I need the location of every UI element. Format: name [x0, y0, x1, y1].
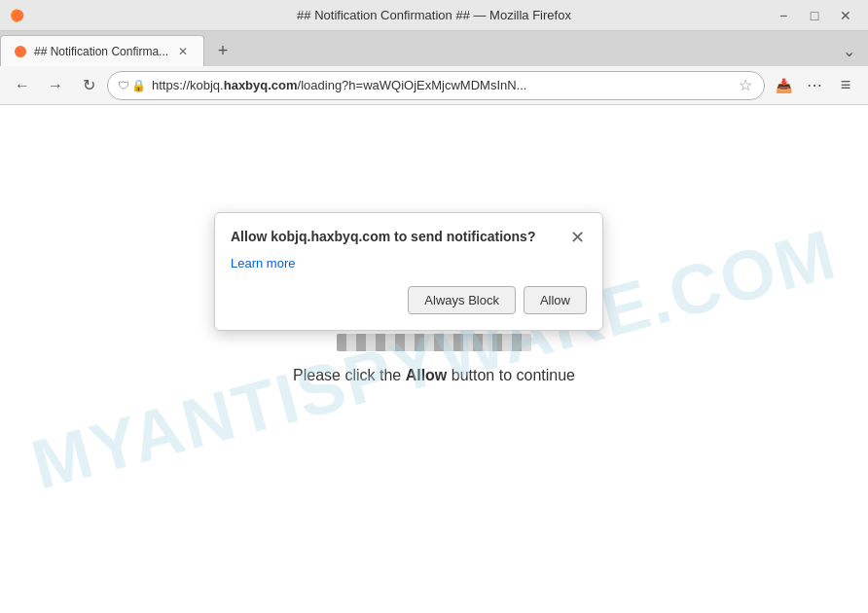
popup-title: Allow kobjq.haxbyq.com to send notificat… [231, 229, 568, 244]
back-button[interactable]: ← [8, 71, 37, 100]
reload-button[interactable]: ↻ [74, 71, 103, 100]
window-title: ## Notification Confirmation ## — Mozill… [297, 8, 571, 22]
popup-close-button[interactable]: ✕ [568, 229, 587, 246]
active-tab[interactable]: ## Notification Confirma... ✕ [0, 35, 204, 66]
message-before: Please click the [293, 367, 406, 383]
title-bar-left [8, 6, 31, 25]
title-bar-buttons: − □ ✕ [769, 4, 860, 27]
menu-button[interactable]: ≡ [831, 71, 860, 100]
page-body: Please click the Allow button to continu… [0, 105, 868, 613]
svg-point-1 [15, 46, 26, 57]
url-prefix: https://kobjq. [152, 78, 224, 92]
new-tab-button[interactable]: + [208, 37, 237, 64]
url-domain: haxbyq.com [224, 78, 298, 92]
page-message: Please click the Allow button to continu… [293, 367, 575, 384]
tab-close-button[interactable]: ✕ [174, 43, 192, 60]
lock-icon: 🔒 [131, 79, 146, 92]
popup-buttons: Always Block Allow [231, 286, 587, 314]
address-text: https://kobjq.haxbyq.com/loading?h=waWQi… [152, 78, 731, 92]
tab-title: ## Notification Confirma... [34, 45, 168, 58]
main-content: MYANTISPYWARE.COM Please click the Allow… [0, 105, 868, 613]
message-after: button to continue [447, 367, 575, 383]
tab-bar: ## Notification Confirma... ✕ + ⌄ [0, 31, 868, 66]
firefox-logo [8, 6, 27, 25]
always-block-button[interactable]: Always Block [408, 286, 516, 314]
pocket-button[interactable]: 📥 [769, 71, 798, 100]
shield-icon: 🛡 [118, 79, 129, 92]
maximize-button[interactable]: □ [800, 4, 829, 27]
security-icons: 🛡 🔒 [118, 79, 146, 92]
nav-bar: ← → ↻ 🛡 🔒 https://kobjq.haxbyq.com/loadi… [0, 66, 868, 105]
message-bold: Allow [406, 367, 448, 383]
learn-more-link[interactable]: Learn more [231, 256, 587, 270]
allow-button[interactable]: Allow [524, 286, 587, 314]
tab-favicon [13, 44, 28, 59]
progress-bar [337, 334, 531, 351]
title-bar: ## Notification Confirmation ## — Mozill… [0, 0, 868, 31]
url-suffix: /loading?h=waWQiOjExMjcwMDMsInN... [298, 78, 527, 92]
nav-right-buttons: 📥 ⋯ ≡ [769, 71, 860, 100]
tab-extras-button[interactable]: ⌄ [833, 37, 864, 64]
popup-header: Allow kobjq.haxbyq.com to send notificat… [231, 229, 587, 246]
notification-popup: Allow kobjq.haxbyq.com to send notificat… [214, 212, 603, 331]
extensions-button[interactable]: ⋯ [800, 71, 829, 100]
address-bar[interactable]: 🛡 🔒 https://kobjq.haxbyq.com/loading?h=w… [107, 71, 765, 100]
tab-spacer [241, 35, 829, 66]
bookmark-button[interactable]: ☆ [737, 76, 754, 94]
minimize-button[interactable]: − [769, 4, 798, 27]
forward-button[interactable]: → [41, 71, 70, 100]
close-button[interactable]: ✕ [831, 4, 860, 27]
